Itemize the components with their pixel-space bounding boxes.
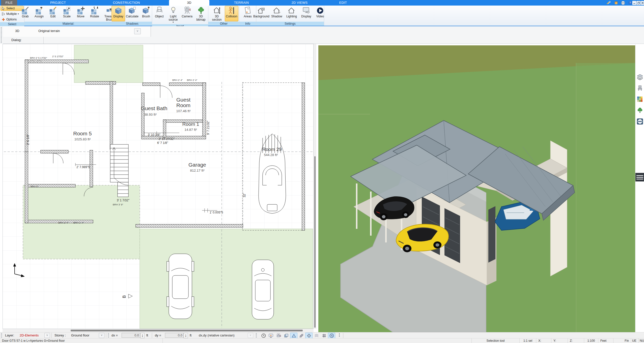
monitor-gear-icon [302,7,311,15]
dy-input[interactable]: 0.0 [165,333,184,338]
group-band-shadows: Shadows [113,22,152,26]
contour-lines-icon[interactable] [313,333,320,338]
floor-plan-drawing: Room 5 1025.83 ft² Guest Bath 38.93 ft² … [3,44,313,329]
house-shadow-icon [272,7,281,15]
storey-label: Storey : [54,333,66,337]
view-type-label: 3D [15,29,19,33]
title-bar: FILE PROJECT CONSTRUCTION 3D TERRAIN 2D … [0,0,644,6]
surface-icon[interactable] [305,333,313,338]
settings-background-button[interactable]: Background [254,6,269,21]
settings-lighting-button[interactable]: Lighting [284,6,299,21]
selection-count: 1:1 sel [520,338,536,343]
layer-combo-value[interactable]: 2D-Elements [20,333,39,337]
cube-icon [114,7,123,15]
furniture-catalog-icon[interactable] [636,85,643,91]
shadows-calculate-button[interactable]: Calculate [125,6,139,21]
plants-icon[interactable] [636,107,643,114]
storey-combo-dropdown[interactable]: ˅ [99,333,104,338]
grab-button[interactable]: Grab [18,6,32,21]
dx-spinner[interactable]: ▲▼ [140,333,145,338]
tab-2d-views[interactable]: 2D VIEWS [276,0,323,6]
horizontal-scrollbar[interactable] [3,329,314,332]
dropdown-caret: ▾ [173,21,174,23]
restore-button[interactable] [636,1,641,5]
mode-combo-dropdown[interactable]: ˅ [248,333,253,338]
status-spacer [163,338,472,343]
hatching-icon[interactable] [298,333,305,338]
insert-light-source-button[interactable]: Light source▾ [166,6,180,24]
tab-project[interactable]: PROJECT [38,0,78,6]
svg-text:BRH 2' 4": BRH 2' 4" [73,221,84,224]
grid-icon[interactable] [320,333,328,338]
svg-text:BRH 2' 4": BRH 2' 4" [58,221,69,224]
materials-palette-icon[interactable] [636,96,643,103]
svg-text:2' 6 1/8": 2' 6 1/8" [26,134,30,145]
svg-text:3' 1 7/32": 3' 1 7/32" [117,199,129,202]
shadows-brush-button[interactable]: Brush [139,6,153,21]
drag-grip[interactable] [1,333,2,338]
tab-file[interactable]: FILE [1,0,17,6]
coordinate-mode-combo[interactable]: dx,dy (relative cartesian) [199,333,235,337]
tab-construction[interactable]: CONSTRUCTION [100,0,153,6]
drag-grip[interactable] [108,333,109,338]
tab-terrain[interactable]: TERRAIN [217,0,265,6]
panel-handle[interactable] [635,173,644,181]
room-area: 812.17 ft² [190,169,205,172]
areas-button[interactable]: ? Areas [241,6,255,21]
rotate-button[interactable]: Rotate [88,6,101,21]
tab-3d[interactable]: 3D [169,0,209,6]
3d-section-button[interactable]: 3D section [209,6,225,21]
dx-input[interactable]: 0.0 [122,333,140,338]
settings-shadow-button[interactable]: Shadow [269,6,284,21]
tab-edit[interactable]: EDIT [325,0,361,6]
edit-button[interactable]: Edit [46,6,60,21]
help-icon[interactable]: ? [628,1,633,5]
time-icon[interactable] [260,333,267,338]
chair-icon [155,7,164,15]
layers-icon[interactable] [636,74,643,80]
camera-path-icon[interactable] [275,333,282,338]
collision-button[interactable]: Collision [225,6,238,21]
floor-plan-canvas[interactable]: Room 5 1025.83 ft² Guest Bath 38.93 ft² … [3,44,314,329]
tools-icon[interactable] [606,1,611,5]
move-button[interactable]: Move [74,6,88,21]
drag-grip[interactable] [256,333,257,338]
assign-icon [35,7,43,15]
package-icon[interactable] [613,1,619,5]
insert-camera-button[interactable]: Camera [180,6,194,24]
svg-text:32': 32' [243,193,246,197]
remote-support-icon[interactable] [636,118,643,125]
north-compass-icon[interactable]: N [328,333,335,338]
scale-button[interactable]: Scale [60,6,74,21]
car-plan-2 [252,260,274,319]
room-area: 14.87 ft² [184,128,197,132]
3d-view-canvas[interactable] [318,45,635,332]
scrollbar-thumb[interactable] [71,330,303,331]
terrain-combo-value[interactable]: Original terrain [38,29,60,33]
status-bar: Layer: 2D-Elements ˅ Storey : Ground flo… [0,332,644,338]
dy-unit: ft [190,333,191,337]
printer-icon[interactable] [621,1,626,5]
angle-tool-icon[interactable] [290,333,297,338]
close-button[interactable] [641,1,644,5]
cursor-icon [2,7,5,10]
display-settings-icon[interactable]: ★ [267,333,275,338]
insert-object-button[interactable]: Object [153,6,166,24]
overflow-menu[interactable]: ⋮ [338,333,341,337]
layer-combo-dropdown[interactable]: ˅ [44,333,50,338]
dy-spinner[interactable]: ▲▼ [184,333,188,338]
room-label: Room [176,102,190,108]
layers-stack-icon[interactable] [283,333,290,338]
insert-3d-bitmap-button[interactable]: 3D bitmap [194,6,208,24]
svg-text:6' 7 1/8": 6' 7 1/8" [157,141,168,145]
settings-display-button[interactable]: Display [299,6,313,21]
scrollbar-thumb[interactable] [314,156,316,328]
storey-combo-value[interactable]: Ground floor [71,333,89,337]
assign-button[interactable]: Assign [32,6,46,21]
num-indicator: NUM [639,338,644,343]
terrain-combo-dropdown[interactable]: ˅ [134,28,141,34]
minimize-button[interactable] [632,1,636,5]
shadows-display-button[interactable]: Display [111,6,125,21]
drag-grip[interactable] [1,27,2,43]
vertical-scrollbar[interactable] [314,44,316,329]
